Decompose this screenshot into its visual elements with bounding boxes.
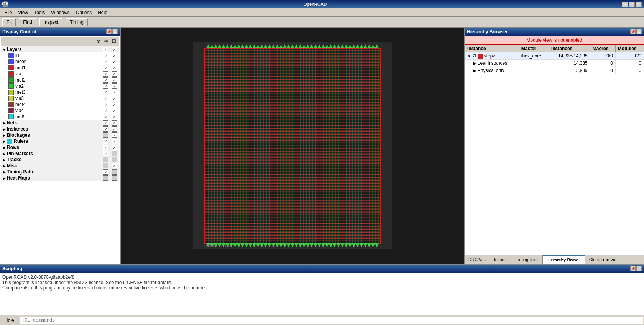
scripting-pin-button[interactable]: 📌	[630, 266, 636, 271]
layer-show-check-via4[interactable]	[103, 108, 108, 113]
hier-instance-2[interactable]: ▶ Physical only	[465, 67, 519, 74]
section-row-rows[interactable]: ▶Rows	[1, 144, 119, 150]
layer-show-check-via2[interactable]	[103, 83, 108, 89]
section-select-check-timing-path[interactable]	[112, 169, 117, 175]
expand-arrow-rulers[interactable]: ▶	[2, 139, 7, 144]
eye-closed-icon[interactable]: ⊙	[95, 38, 102, 45]
layer-row-via4[interactable]: via4	[1, 108, 119, 114]
expand-arrow-misc[interactable]: ▶	[2, 164, 7, 168]
close-button[interactable]: ✕	[636, 2, 642, 7]
hier-instance-1[interactable]: ▶ Leaf instances	[465, 60, 519, 67]
layer-select-check-via[interactable]	[112, 71, 117, 77]
tcl-input[interactable]	[20, 317, 643, 324]
section-show-check-rows[interactable]	[103, 145, 108, 150]
canvas-area[interactable]: // Will be drawn via SVG rects below	[121, 28, 464, 264]
layer-select-check-met2[interactable]	[112, 77, 117, 83]
menu-item-help[interactable]: Help	[95, 9, 110, 16]
layers-expand-arrow[interactable]: ▼	[2, 47, 7, 52]
layer-row-met3[interactable]: met3	[1, 89, 119, 95]
layer-row-met5[interactable]: met5	[1, 114, 119, 120]
toolbar-fit-button[interactable]: Fit	[2, 18, 16, 26]
expand-arrow-rows[interactable]: ▶	[2, 145, 7, 150]
expand-arrow-pin-markers[interactable]: ▶	[2, 152, 7, 156]
tab-1[interactable]: Inspe...	[490, 255, 512, 264]
menu-item-windows[interactable]: Windows	[48, 9, 73, 16]
layer-show-check-met4[interactable]	[103, 102, 108, 107]
section-select-check-pin-markers[interactable]	[112, 151, 117, 156]
close-panel-button[interactable]: ✕	[112, 29, 118, 34]
expand-arrow-heat-maps[interactable]: ▶	[2, 176, 7, 180]
layer-select-check-via2[interactable]	[112, 83, 117, 89]
layer-select-check-mcon[interactable]	[112, 59, 117, 64]
expand-triangle-0[interactable]: ▼	[467, 54, 472, 58]
section-show-check-nets[interactable]	[103, 120, 108, 126]
expand-arrow-tracks[interactable]: ▶	[2, 158, 7, 162]
section-show-check-misc[interactable]	[103, 163, 108, 168]
layer-show-check-via[interactable]	[103, 71, 108, 77]
section-show-check-blockages[interactable]	[103, 132, 108, 138]
section-select-check-tracks[interactable]	[112, 157, 117, 162]
tab-2[interactable]: Timing Re...	[512, 255, 543, 264]
section-select-check-nets[interactable]	[112, 120, 117, 126]
layer-row-li1[interactable]: li1	[1, 52, 119, 59]
section-select-check-rows[interactable]	[112, 145, 117, 150]
layer-row-via3[interactable]: via3	[1, 95, 119, 101]
section-row-timing-path[interactable]: ▶Timing Path	[1, 169, 119, 175]
layer-row-via2[interactable]: via2	[1, 83, 119, 89]
section-show-check-pin-markers[interactable]	[103, 151, 108, 156]
eye-icon[interactable]: 👁	[102, 38, 110, 45]
section-row-heat-maps[interactable]: ▶Heat Maps	[1, 175, 119, 181]
layer-show-check-met1[interactable]	[103, 65, 108, 70]
layers-show-check[interactable]	[103, 47, 108, 52]
section-select-check-instances[interactable]	[112, 126, 117, 132]
layer-select-check-met4[interactable]	[112, 102, 117, 107]
layer-row-met2[interactable]: met2	[1, 77, 119, 83]
layer-select-check-li1[interactable]	[112, 53, 117, 58]
layer-show-check-via3[interactable]	[103, 96, 108, 101]
layer-select-check-met5[interactable]	[112, 114, 117, 119]
layer-show-check-met5[interactable]	[103, 114, 108, 119]
layer-row-via[interactable]: via	[1, 71, 119, 77]
layer-show-check-met2[interactable]	[103, 77, 108, 83]
expand-arrow-instances[interactable]: ▶	[2, 127, 7, 131]
minimize-button[interactable]: ─	[622, 2, 628, 7]
layers-select-check[interactable]	[112, 47, 117, 52]
select-icon[interactable]: ☑	[110, 38, 118, 45]
maximize-button[interactable]: □	[629, 2, 635, 7]
expand-arrow-blockages[interactable]: ▶	[2, 133, 7, 137]
expand-triangle-1[interactable]: ▶	[473, 61, 478, 65]
section-show-check-heat-maps[interactable]	[103, 175, 108, 181]
section-select-check-blockages[interactable]	[112, 132, 117, 138]
menu-item-options[interactable]: Options	[73, 9, 95, 16]
tab-3[interactable]: Hierarchy Brow...	[543, 255, 585, 264]
hier-instance-0[interactable]: ▼ ☑ <top>	[465, 52, 519, 60]
tab-4[interactable]: Clock Tree Vie...	[585, 255, 624, 264]
menu-item-tools[interactable]: Tools	[31, 9, 48, 16]
layer-row-mcon[interactable]: mcon	[1, 59, 119, 65]
section-row-misc[interactable]: ▶Misc	[1, 163, 119, 169]
layer-show-check-li1[interactable]	[103, 53, 108, 58]
hier-checkbox-0[interactable]: ☑	[472, 54, 477, 58]
expand-triangle-2[interactable]: ▶	[473, 69, 478, 73]
section-show-check-timing-path[interactable]	[103, 169, 108, 175]
layers-section-row[interactable]: ▼ Layers	[1, 46, 119, 52]
scripting-close-button[interactable]: ✕	[636, 266, 642, 271]
toolbar-inspect-button[interactable]: Inspect	[39, 18, 63, 26]
menu-item-file[interactable]: File	[2, 9, 15, 16]
layer-row-met4[interactable]: met4	[1, 101, 119, 108]
toolbar-find-button[interactable]: Find	[19, 18, 36, 26]
tab-0[interactable]: DRC Vi...	[465, 255, 490, 264]
toolbar-timing-button[interactable]: Timing	[66, 18, 88, 26]
hier-close-button[interactable]: ✕	[636, 29, 642, 34]
section-select-check-rulers[interactable]	[112, 139, 117, 144]
layer-select-check-met3[interactable]	[112, 90, 117, 95]
layer-show-check-mcon[interactable]	[103, 59, 108, 64]
hier-pin-button[interactable]: 📌	[630, 29, 636, 34]
menu-item-view[interactable]: View	[15, 9, 31, 16]
section-row-tracks[interactable]: ▶Tracks	[1, 157, 119, 163]
layer-show-check-met3[interactable]	[103, 90, 108, 95]
section-row-rulers[interactable]: ▶Rulers	[1, 138, 119, 144]
section-row-nets[interactable]: ▶Nets	[1, 120, 119, 126]
pin-button[interactable]: 📌	[106, 29, 112, 34]
layer-row-met1[interactable]: met1	[1, 65, 119, 71]
